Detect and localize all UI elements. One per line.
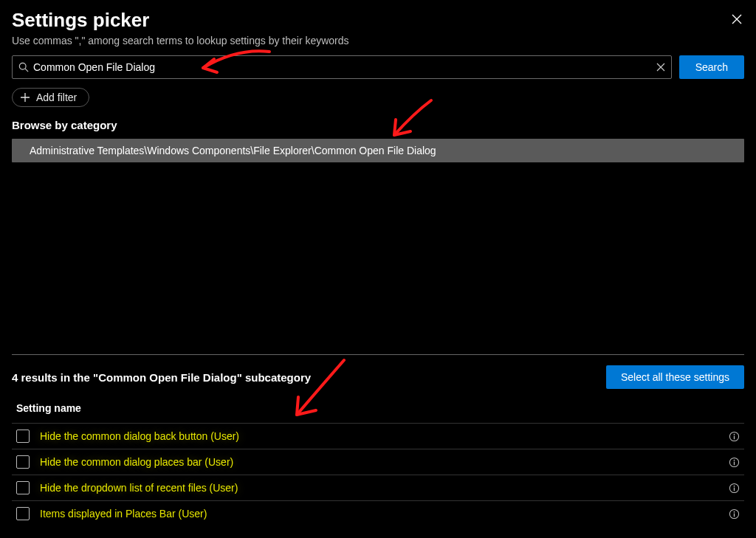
info-icon[interactable] xyxy=(729,457,740,468)
info-icon[interactable] xyxy=(729,431,740,442)
result-row[interactable]: Hide the dropdown list of recent files (… xyxy=(12,475,744,500)
svg-rect-10 xyxy=(734,487,735,491)
setting-name-link[interactable]: Hide the dropdown list of recent files (… xyxy=(40,482,729,494)
setting-name-link[interactable]: Items displayed in Places Bar (User) xyxy=(40,508,729,520)
checkbox[interactable] xyxy=(16,430,30,443)
clear-search-icon[interactable] xyxy=(656,63,665,72)
search-box[interactable] xyxy=(12,55,672,79)
svg-point-6 xyxy=(734,459,735,461)
result-row[interactable]: Hide the common dialog places bar (User) xyxy=(12,449,744,475)
add-filter-button[interactable]: Add filter xyxy=(12,88,89,107)
svg-line-1 xyxy=(25,69,28,72)
plus-icon xyxy=(20,92,30,103)
select-all-button[interactable]: Select all these settings xyxy=(606,365,744,389)
svg-rect-4 xyxy=(734,435,735,439)
svg-point-12 xyxy=(734,511,735,512)
checkbox[interactable] xyxy=(16,507,30,520)
column-header-setting-name: Setting name xyxy=(12,398,744,423)
search-input[interactable] xyxy=(29,61,656,73)
result-row[interactable]: Hide the common dialog back button (User… xyxy=(12,423,744,449)
category-path-text: Administrative Templates\Windows Compone… xyxy=(30,145,436,156)
category-path-row[interactable]: Administrative Templates\Windows Compone… xyxy=(12,139,744,162)
svg-point-0 xyxy=(19,63,26,69)
setting-name-link[interactable]: Hide the common dialog places bar (User) xyxy=(40,456,729,468)
search-button[interactable]: Search xyxy=(679,55,744,79)
browse-by-category-label: Browse by category xyxy=(12,119,744,131)
page-title: Settings picker xyxy=(12,9,744,32)
results-table: Hide the common dialog back button (User… xyxy=(12,423,744,526)
info-icon[interactable] xyxy=(729,508,740,520)
svg-rect-7 xyxy=(734,461,735,465)
svg-point-3 xyxy=(734,433,735,435)
results-count: 4 results in the "Common Open File Dialo… xyxy=(12,371,311,384)
svg-point-9 xyxy=(734,485,735,486)
search-icon xyxy=(18,62,29,72)
page-subtitle: Use commas "," among search terms to loo… xyxy=(12,35,744,46)
svg-rect-13 xyxy=(734,513,735,517)
checkbox[interactable] xyxy=(16,455,30,469)
result-row[interactable]: Items displayed in Places Bar (User) xyxy=(12,500,744,526)
info-icon[interactable] xyxy=(729,483,740,494)
close-button[interactable] xyxy=(731,13,743,25)
setting-name-link[interactable]: Hide the common dialog back button (User… xyxy=(40,430,729,442)
add-filter-label: Add filter xyxy=(36,92,77,103)
checkbox[interactable] xyxy=(16,481,30,494)
